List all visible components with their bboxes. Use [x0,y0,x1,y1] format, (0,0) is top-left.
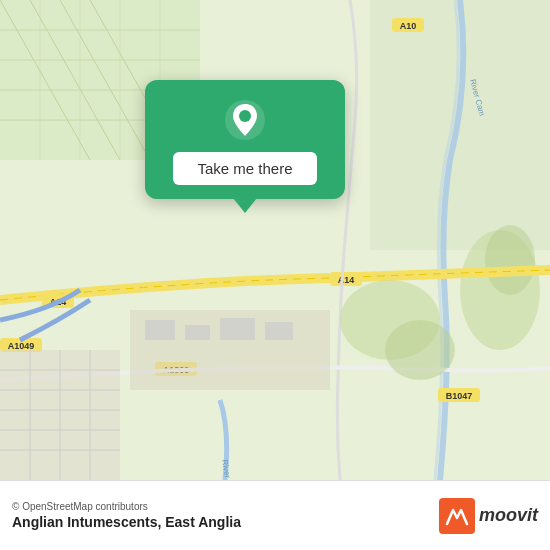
svg-rect-41 [145,320,175,340]
location-pin-icon [223,98,267,142]
svg-rect-44 [265,322,293,340]
bottom-bar: © OpenStreetMap contributors Anglian Int… [0,480,550,550]
svg-point-17 [485,225,535,295]
bottom-left-info: © OpenStreetMap contributors Anglian Int… [12,501,241,530]
moovit-icon [439,498,475,534]
location-label: Anglian Intumescents, East Anglia [12,514,241,530]
svg-point-46 [385,320,455,380]
moovit-brand-label: moovit [479,505,538,526]
svg-rect-43 [220,318,255,340]
moovit-logo: moovit [439,498,538,534]
svg-text:A1049: A1049 [8,341,35,351]
svg-text:B1047: B1047 [446,391,473,401]
svg-text:A10: A10 [400,21,417,31]
take-me-there-button[interactable]: Take me there [173,152,316,185]
popup-triangle [233,198,257,213]
svg-text:A14: A14 [338,275,355,285]
svg-point-48 [239,110,251,122]
osm-attribution: © OpenStreetMap contributors [12,501,241,512]
map-view[interactable]: River Cam A14 A14 A10 A1309 B1047 A1049 [0,0,550,480]
location-popup: Take me there [145,80,345,199]
svg-rect-42 [185,325,210,340]
